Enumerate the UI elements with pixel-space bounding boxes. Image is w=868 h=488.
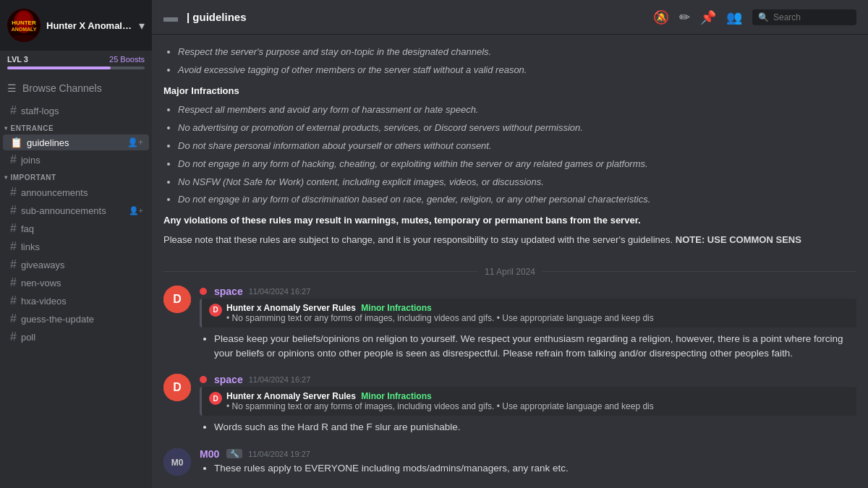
add-member-icon: 👤+	[127, 137, 143, 147]
svg-text:HUNTER: HUNTER	[12, 20, 36, 26]
server-header[interactable]: HUNTER ANOMALY Hunter X Anomaly [B... ▾	[0, 0, 152, 51]
members-icon[interactable]: 👥	[726, 9, 742, 25]
channel-name-giveaways: giveaways	[21, 260, 143, 270]
search-box[interactable]: 🔍	[752, 9, 856, 25]
channel-name-nen-vows: nen-vows	[21, 278, 143, 288]
channel-item-announcements[interactable]: # announcements	[3, 184, 149, 201]
channel-item-sub-announcements[interactable]: # sub-announcements 👤+	[3, 202, 149, 219]
minor-infractions-label-1: Minor Infractions	[361, 303, 431, 313]
category-important[interactable]: ▾ IMPORTANT	[0, 169, 152, 183]
category-label-important: IMPORTANT	[11, 174, 56, 181]
server-logo: HUNTER ANOMALY	[7, 9, 41, 42]
top-bullets: Respect the server's purpose and stay on…	[178, 45, 856, 78]
timestamp-3: 11/04/2024 19:27	[248, 450, 310, 458]
channel-name-announcements: announcements	[21, 187, 143, 198]
message-group-2: D space 11/04/2024 16:27 D Hunter	[163, 374, 856, 436]
major-infractions-list: Respect all members and avoid any form o…	[178, 103, 856, 207]
username-space-1: space	[214, 286, 243, 297]
forwarded-text-1: • No spamming text or any forms of image…	[226, 313, 654, 323]
message-bullet: Please keep your beliefs/opinions on rel…	[214, 332, 856, 361]
message-group-1: D space 11/04/2024 16:27 D	[163, 286, 856, 363]
channel-item-hxa-videos[interactable]: # hxa-videos	[3, 292, 149, 309]
header-actions: 🔕 ✏ 📌 👥 🔍	[653, 9, 856, 25]
server-name: Hunter X Anomaly [B...	[46, 20, 133, 31]
date-divider-text: 11 April 2024	[485, 267, 535, 277]
discord-icon-1: D	[209, 304, 222, 317]
forwarded-msg-1: D Hunter x Anomaly Server Rules Minor In…	[200, 299, 856, 328]
channel-item-guess-the-update[interactable]: # guess-the-update	[3, 310, 149, 328]
forwarded-server-1: Hunter x Anomaly Server Rules	[226, 303, 356, 313]
svg-text:M0: M0	[171, 458, 184, 468]
hash-icon: #	[10, 186, 17, 199]
main-header: ▬ | guidelines 🔕 ✏ 📌 👥 🔍	[152, 0, 868, 35]
category-arrow-icon: ▾	[4, 174, 8, 181]
discord-icon-2: D	[209, 392, 222, 405]
channel-item-guidelines[interactable]: 📋 guidelines 👤+	[3, 134, 149, 150]
channel-item-nen-vows[interactable]: # nen-vows	[3, 274, 149, 291]
avatar-moo: M0	[163, 448, 191, 476]
content-area: Respect the server's purpose and stay on…	[152, 35, 868, 488]
channel-name-guidelines: guidelines	[27, 137, 123, 148]
message-text-3: These rules apply to EVERYONE including …	[200, 461, 856, 476]
channel-name-links: links	[21, 241, 143, 252]
channel-name: staff-logs	[21, 106, 143, 116]
avatar-space-1: D	[163, 286, 191, 313]
header-channel-name: | guidelines	[187, 11, 247, 23]
rule-bullet: Avoid excessive tagging of other members…	[178, 63, 856, 78]
hash-icon: #	[10, 276, 17, 289]
rules-section: Respect the server's purpose and stay on…	[163, 35, 856, 258]
channel-section: ▾ ENTRANCE 📋 guidelines 👤+ # joins ▾ IMP…	[0, 120, 152, 488]
status-dot-1	[200, 288, 207, 295]
sidebar: HUNTER ANOMALY Hunter X Anomaly [B... ▾ …	[0, 0, 152, 488]
browse-channels-button[interactable]: ☰ Browse Channels	[0, 78, 152, 98]
hash-icon: #	[10, 258, 17, 271]
browse-icon: ☰	[7, 82, 17, 94]
boost-level: LVL 3	[7, 55, 28, 64]
message-text-1: Please keep your beliefs/opinions on rel…	[200, 332, 856, 361]
svg-text:D: D	[173, 381, 182, 393]
bell-slash-icon[interactable]: 🔕	[653, 9, 669, 25]
channel-item-poll[interactable]: # poll	[3, 328, 149, 346]
rules-note-caps: NOTE: USE COMMON SENS	[676, 234, 801, 245]
hash-icon: #	[10, 240, 17, 253]
browse-label: Browse Channels	[22, 82, 102, 94]
rules-note: Please note that these rules are subject…	[163, 233, 856, 248]
svg-text:D: D	[173, 293, 182, 305]
sub-ann-icon: 👤+	[129, 206, 143, 215]
boost-bar	[7, 67, 145, 69]
search-input[interactable]	[773, 12, 851, 22]
channel-item-joins[interactable]: # joins	[3, 151, 149, 168]
hash-icon: #	[10, 153, 17, 166]
category-entrance[interactable]: ▾ ENTRANCE	[0, 120, 152, 134]
username-space-2: space	[214, 374, 243, 385]
username-moo: M00	[200, 448, 219, 460]
category-label: ENTRANCE	[11, 124, 54, 132]
avatar-space-2: D	[163, 374, 191, 401]
boost-bar-fill	[7, 67, 111, 69]
timestamp-1: 11/04/2024 16:27	[249, 287, 311, 296]
hash-icon: #	[10, 204, 17, 217]
mod-badge: 🔧	[226, 449, 242, 458]
rule-bullet: No advertising or promotion of external …	[178, 121, 856, 136]
rule-bullet: Do not engage in any form of discriminat…	[178, 192, 856, 207]
channel-item-staff-logs[interactable]: # staff-logs	[3, 102, 149, 119]
pin-icon[interactable]: 📌	[700, 9, 716, 25]
message-header-1: space 11/04/2024 16:27	[200, 286, 856, 297]
channel-item-giveaways[interactable]: # giveaways	[3, 256, 149, 273]
message-content-2: space 11/04/2024 16:27 D Hunter x Anomal…	[200, 374, 856, 436]
boost-count[interactable]: 25 Boosts	[109, 55, 145, 64]
rule-bullet: Respect all members and avoid any form o…	[178, 103, 856, 118]
boost-bar-container: LVL 3 25 Boosts	[0, 51, 152, 75]
main-panel: ▬ | guidelines 🔕 ✏ 📌 👥 🔍 Respect the ser…	[152, 0, 868, 488]
hash-icon: #	[10, 104, 17, 117]
channel-name-sub-announcements: sub-announcements	[21, 205, 124, 216]
channel-item-faq[interactable]: # faq	[3, 220, 149, 237]
channel-header-icon: ▬	[163, 9, 178, 25]
hash-icon: #	[10, 330, 17, 343]
hash-icon: #	[10, 294, 17, 307]
violation-notice: Any violations of these rules may result…	[163, 215, 641, 226]
forwarded-server-2: Hunter x Anomaly Server Rules	[226, 391, 356, 401]
channel-item-links[interactable]: # links	[3, 238, 149, 255]
category-arrow-icon: ▾	[4, 125, 8, 132]
pencil-icon[interactable]: ✏	[679, 9, 690, 25]
